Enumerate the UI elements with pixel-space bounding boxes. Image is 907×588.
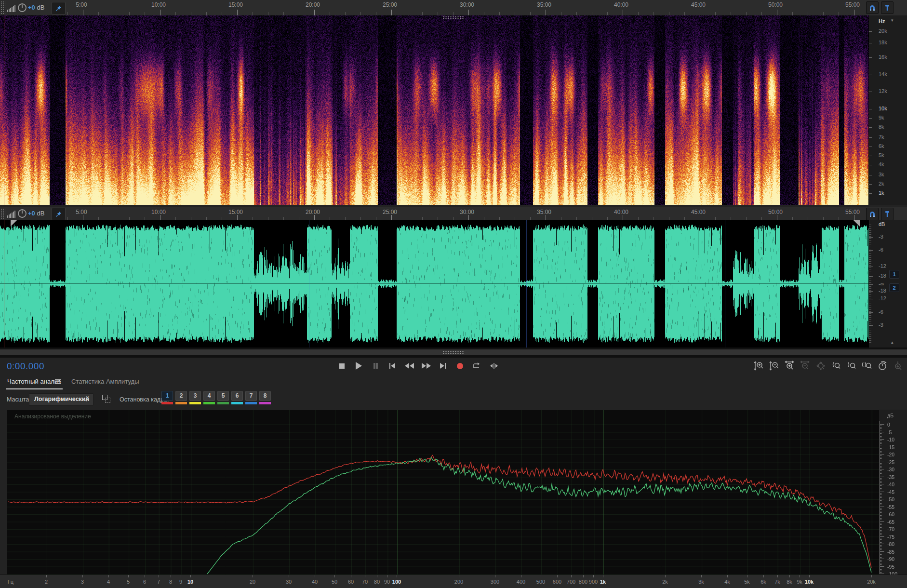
zoom-time-button[interactable] [877,361,888,371]
panel-drag-grip[interactable] [0,1,5,14]
axis-tick [701,575,702,577]
db-label: -3 [879,234,883,240]
frame-hold-button-6[interactable]: 6 [231,391,243,401]
frame-hold-button-5[interactable]: 5 [217,391,229,401]
playhead-line[interactable] [4,15,4,205]
playhead-line[interactable] [4,220,4,347]
db-scale-tick [869,237,873,238]
axis-label-400: 400 [517,579,525,585]
panel-menu-icon[interactable] [55,379,61,384]
playhead-jog-button[interactable] [489,361,498,370]
magnet-button[interactable] [866,208,879,220]
zoom-in-point-button[interactable] [830,361,841,371]
freq-label: 12k [879,88,887,94]
pin-button[interactable] [52,208,66,220]
freq-scale-tick [869,118,872,119]
frame-hold-button-3[interactable]: 3 [189,391,201,401]
pin-button[interactable] [52,2,66,14]
pause-button[interactable] [371,361,380,370]
axis-label-1k: 1k [600,579,606,585]
timeline-ruler[interactable]: 5:0010:0015:0020:0025:0030:0035:0040:004… [64,0,867,15]
axis-label-50: 50 [332,579,337,585]
skip-to-start-icon [389,363,396,369]
tab-frequency-analysis[interactable]: Частотный анализ [7,378,61,385]
frequency-graph-canvas[interactable] [7,410,880,575]
rewind-button[interactable] [405,361,413,370]
splitter-grip[interactable] [442,350,465,354]
panel-drag-grip[interactable] [0,208,5,219]
frequency-graph: Анализированое выделение дБ 0-5-10-15-20… [0,409,907,575]
frame-hold-button-7[interactable]: 7 [245,391,257,401]
fast-forward-button[interactable] [422,361,430,370]
time-display[interactable]: 0:00.000 [7,361,44,372]
freq-scale-tick [869,57,872,58]
time-label: 10:00 [151,209,166,215]
record-button[interactable] [455,361,464,370]
freq-label: 18k [879,40,887,45]
skip-to-end-button[interactable] [439,361,447,370]
zoom-toolbar [753,358,903,374]
snapshot-icon[interactable] [102,395,110,403]
time-label: 40:00 [614,209,628,215]
frame-hold-button-4[interactable]: 4 [203,391,215,401]
play-button[interactable] [354,361,363,370]
waveform-canvas[interactable] [0,220,868,347]
tab-amplitude-statistics[interactable]: Статистика Амплитуды [71,378,139,385]
magnet-icon [868,4,876,12]
frequency-scale[interactable]: Hz ▾ 20k18k16k14k12k10k9k8k7k6k5k4k3k2k1… [868,15,907,205]
loop-playback-button[interactable] [472,361,481,370]
panel-splitter[interactable] [0,347,907,357]
channel-badge-1[interactable]: 1 [889,270,899,279]
db-label: -6 [879,309,883,315]
scale-dropdown-value: Логарифмический [34,396,89,402]
timeline-ruler[interactable]: 5:0010:0015:0020:0025:0030:0035:0040:004… [64,207,867,220]
selection-handle-right[interactable] [854,220,860,227]
selection-handle-left[interactable] [11,220,17,227]
pin-icon [55,5,62,12]
axis-tick [521,575,521,577]
skip-to-start-button[interactable] [388,361,397,370]
frame-hold-button-8[interactable]: 8 [259,391,271,401]
axis-label-800: 800 [579,579,587,585]
scale-scroll-up-icon[interactable]: ▴ [891,340,894,345]
freq-scale-tick [869,127,872,128]
axis-label-500: 500 [536,579,545,585]
splitter-grip[interactable] [442,16,465,20]
freq-label: 14k [879,71,887,77]
zoom-out-vertical-button[interactable] [769,361,780,371]
splitter-bar[interactable] [0,349,907,355]
freq-scale-tick [869,137,872,138]
axis-label-70: 70 [362,579,368,585]
graph-db-label: -40 [887,481,894,487]
gain-knob-icon[interactable] [17,3,27,13]
axis-tick [315,575,315,577]
amplitude-scale[interactable]: dB ▴ -3-6-12-18-∞-18-12-6-312 [868,220,907,347]
spectrogram-canvas[interactable] [0,15,868,205]
zoom-reset-button[interactable] [815,361,826,371]
scale-dropdown[interactable]: Логарифмический [29,393,93,406]
axis-tick [159,575,159,577]
t-pin-button[interactable] [881,1,894,14]
frame-hold-button-1[interactable]: 1 [161,391,173,401]
time-label: 25:00 [383,1,397,8]
stop-button[interactable] [337,361,346,370]
zoom-out-point-button[interactable] [846,361,857,371]
frame-hold-button-2[interactable]: 2 [175,391,187,401]
axis-label-5: 5 [127,579,130,585]
t-pin-icon [883,210,891,218]
play-icon [356,362,362,370]
zoom-in-vertical-button[interactable] [753,361,764,371]
time-label: 5:00 [76,1,87,8]
axis-tick [871,575,872,577]
t-pin-button[interactable] [881,208,894,220]
zoom-full-button[interactable] [892,361,903,371]
zoom-selection-button[interactable] [861,361,872,371]
channel-badge-2[interactable]: 2 [889,283,899,292]
audio-editor-window: +0 dB 5:0010:0015:0020:0025:0030:0035:00… [0,0,907,588]
zoom-out-horizontal-button[interactable] [800,361,811,371]
gain-knob-icon[interactable] [17,209,27,218]
transport-bar: 0:00.000 [0,357,907,374]
magnet-button[interactable] [866,1,879,14]
zoom-in-horizontal-button[interactable] [784,361,795,371]
scale-scroll-down-icon[interactable]: ▾ [891,18,894,23]
